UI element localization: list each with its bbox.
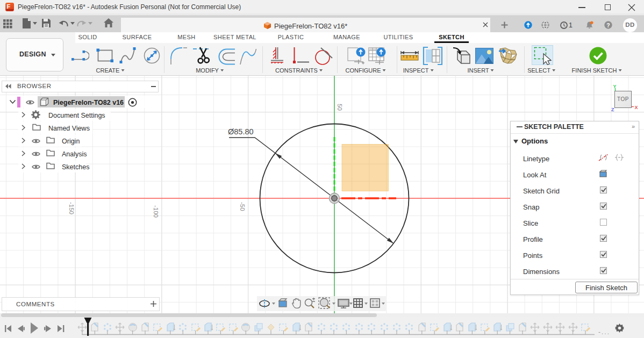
svg-text:Z: Z [611,107,614,112]
svg-text:-50: -50 [239,202,246,211]
svg-text:Ø85.80: Ø85.80 [228,127,254,136]
svg-text:-100: -100 [153,205,159,218]
svg-text:?: ? [606,22,610,28]
svg-text:X: X [635,105,638,110]
svg-text:-150: -150 [68,202,75,214]
svg-text:Y: Y [613,84,617,89]
svg-text:50: 50 [337,104,343,111]
